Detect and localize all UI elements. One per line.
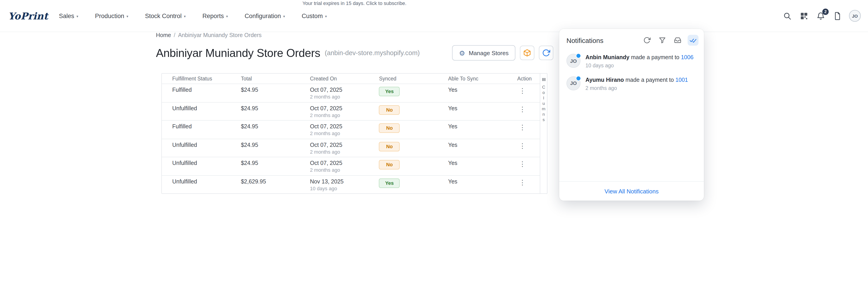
kebab-menu-icon[interactable]: ⋮ (517, 123, 528, 131)
synced-cell: Yes (375, 87, 444, 96)
columns-icon (541, 77, 546, 82)
user-avatar[interactable]: JO (849, 10, 861, 22)
kebab-menu-icon[interactable]: ⋮ (517, 105, 528, 112)
table-row: Unfulfilled $24.95 Oct 07, 2025 2 months… (162, 102, 540, 120)
chevron-down-icon: ▾ (325, 14, 327, 18)
chevron-down-icon: ▾ (283, 14, 285, 18)
nav-item-stock-control[interactable]: Stock Control ▾ (145, 12, 186, 19)
created-ago: 2 months ago (310, 112, 375, 118)
mark-all-read-icon[interactable] (688, 35, 699, 46)
notification-target-link[interactable]: 1001 (675, 77, 688, 83)
synced-cell: No (375, 160, 444, 169)
notifications-title: Notifications (566, 36, 637, 44)
kebab-menu-icon[interactable]: ⋮ (517, 160, 528, 167)
notification-item[interactable]: JO Anbin Muniandy made a payment to 1006… (559, 50, 704, 72)
columns-panel-toggle[interactable]: Columns (540, 74, 547, 193)
created-on-cell: Oct 07, 2025 2 months ago (306, 142, 375, 154)
fulfillment-status-cell: Fulfilled (168, 123, 237, 130)
notifications-panel: Notifications JO Anbin Muniandy (559, 29, 704, 201)
package-icon (523, 49, 531, 57)
filter-icon[interactable] (657, 35, 668, 46)
created-on-cell: Oct 07, 2025 2 months ago (306, 105, 375, 118)
package-button[interactable] (520, 46, 534, 60)
row-actions-cell: ⋮ (513, 160, 540, 168)
qr-code-icon[interactable] (799, 11, 809, 21)
view-all-notifications-link[interactable]: View All Notifications (604, 188, 658, 195)
nav-item-sales[interactable]: Sales ▾ (59, 12, 79, 19)
fulfillment-status-cell: Unfulfilled (168, 105, 237, 111)
notification-item[interactable]: JO Ayumu Hirano made a payment to 1001 2… (559, 72, 704, 95)
row-actions-cell: ⋮ (513, 87, 540, 94)
total-cell: $24.95 (237, 160, 306, 166)
document-icon[interactable] (832, 11, 842, 21)
notification-time: 2 months ago (585, 86, 688, 91)
created-ago: 10 days ago (310, 186, 375, 191)
column-header-total: Total (237, 76, 306, 81)
column-header-created-on: Created On (306, 76, 375, 81)
able-to-sync-cell: Yes (444, 142, 513, 148)
nav-item-custom[interactable]: Custom ▾ (302, 12, 327, 19)
breadcrumb-home-link[interactable]: Home (156, 32, 171, 38)
kebab-menu-icon[interactable]: ⋮ (517, 178, 528, 186)
table-row: Fulfilled $24.95 Oct 07, 2025 2 months a… (162, 84, 540, 102)
synced-cell: No (375, 105, 444, 114)
inbox-icon[interactable] (672, 35, 683, 46)
nav-item-reports[interactable]: Reports ▾ (203, 12, 228, 19)
notifications-header: Notifications (559, 29, 704, 50)
search-icon[interactable] (782, 11, 792, 21)
notification-bell-icon[interactable]: 2 (815, 11, 826, 21)
nav-item-label: Stock Control (145, 12, 182, 19)
table-row: Unfulfilled $24.95 Oct 07, 2025 2 months… (162, 138, 540, 157)
sync-refresh-icon (542, 49, 550, 57)
created-date: Oct 07, 2025 (310, 160, 375, 166)
able-to-sync-cell: Yes (444, 178, 513, 185)
breadcrumb: Home / Anbiniyar Muniandy Store Orders (156, 32, 261, 38)
created-ago: 2 months ago (310, 131, 375, 136)
yoprint-logo[interactable]: YoPrint (8, 10, 48, 22)
column-header-synced: Synced (375, 76, 444, 81)
nav-item-configuration[interactable]: Configuration ▾ (245, 12, 285, 19)
breadcrumb-separator: / (174, 32, 176, 38)
notification-target-link[interactable]: 1006 (681, 54, 693, 61)
columns-panel-label: Columns (541, 85, 546, 123)
total-cell: $24.95 (237, 87, 306, 93)
manage-stores-button[interactable]: ⚙ Manage Stores (452, 45, 515, 61)
nav-item-production[interactable]: Production ▾ (95, 12, 128, 19)
created-ago: 2 months ago (310, 149, 375, 154)
row-actions-cell: ⋮ (513, 178, 540, 186)
created-ago: 2 months ago (310, 94, 375, 99)
nav-row: YoPrint Sales ▾ Production ▾ Stock Contr… (8, 10, 861, 22)
column-header-fulfillment-status: Fulfillment Status (168, 76, 237, 81)
notification-action: made a payment to (631, 54, 679, 61)
notification-avatar-wrap: JO (566, 76, 581, 90)
notification-count-badge: 2 (822, 8, 829, 15)
column-header-able-to-sync: Able To Sync (444, 76, 513, 81)
row-actions-cell: ⋮ (513, 123, 540, 131)
notification-actor: Ayumu Hirano (585, 77, 624, 83)
total-cell: $2,629.95 (237, 178, 306, 185)
chevron-down-icon: ▾ (126, 14, 128, 18)
sync-button[interactable] (539, 46, 553, 60)
created-date: Oct 07, 2025 (310, 142, 375, 148)
orders-table-body: Fulfillment Status Total Created On Sync… (162, 74, 540, 193)
chevron-down-icon: ▾ (76, 14, 78, 18)
kebab-menu-icon[interactable]: ⋮ (517, 142, 528, 149)
notification-text: Ayumu Hirano made a payment to 1001 (585, 76, 688, 84)
created-date: Nov 13, 2025 (310, 178, 375, 185)
able-to-sync-cell: Yes (444, 87, 513, 93)
created-date: Oct 07, 2025 (310, 105, 375, 111)
notification-avatar-wrap: JO (566, 54, 581, 68)
fulfillment-status-cell: Unfulfilled (168, 178, 237, 185)
kebab-menu-icon[interactable]: ⋮ (517, 87, 528, 94)
refresh-icon[interactable] (642, 35, 652, 46)
trial-banner[interactable]: Your trial expires in 15 days. Click to … (217, 0, 492, 6)
total-cell: $24.95 (237, 142, 306, 148)
notification-action: made a payment to (625, 77, 674, 83)
chevron-down-icon: ▾ (184, 14, 186, 18)
notification-actor: Anbin Muniandy (585, 54, 629, 61)
notification-body: Anbin Muniandy made a payment to 1006 10… (585, 54, 693, 68)
notification-time: 10 days ago (585, 63, 693, 68)
synced-badge: No (379, 160, 400, 169)
fulfillment-status-cell: Fulfilled (168, 87, 237, 93)
top-navigation-bar: Your trial expires in 15 days. Click to … (0, 0, 868, 32)
